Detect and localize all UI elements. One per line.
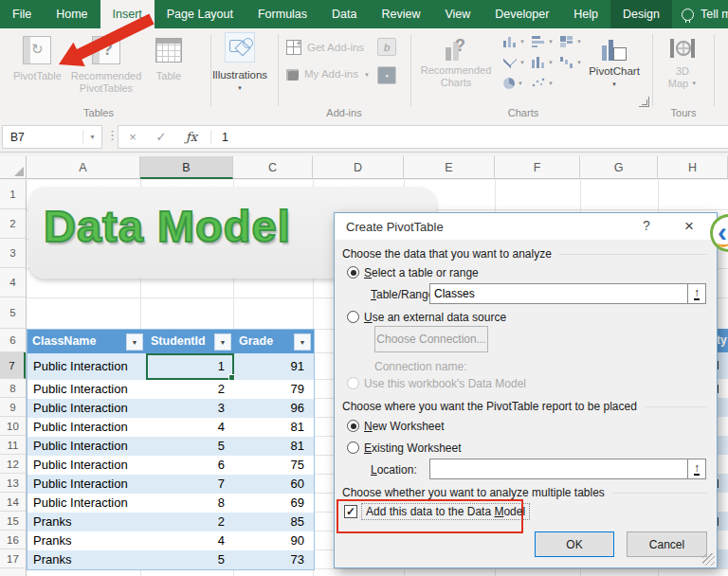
close-icon[interactable]: × — [669, 215, 709, 238]
radio-select-table-or-range-label[interactable]: Select a table or range — [364, 266, 479, 279]
dialog-title-bar[interactable]: Create PivotTable ? × — [335, 213, 717, 240]
choose-connection-button[interactable]: Choose Connection... — [374, 326, 488, 352]
radio-existing-worksheet-label[interactable]: Existing Worksheet — [364, 441, 462, 455]
column-header-h[interactable]: H — [658, 156, 728, 179]
insert-hierarchy-chart-button[interactable]: ▼ — [560, 36, 582, 47]
column-header-c[interactable]: C — [233, 156, 313, 179]
tab-insert[interactable]: Insert — [100, 0, 155, 28]
add-to-data-model-label[interactable]: Add this data to the Data Model — [361, 503, 530, 520]
pivotchart-button[interactable]: PivotChart ▼ — [583, 36, 646, 87]
row-header-17[interactable]: 17 — [0, 549, 26, 568]
tab-page-layout[interactable]: Page Layout — [155, 0, 246, 28]
help-icon[interactable]: ? — [633, 218, 660, 236]
get-addins-button[interactable]: Get Add-ins — [286, 40, 364, 55]
row-header-11[interactable]: 11 — [0, 436, 26, 455]
radio-external-data-source[interactable] — [347, 311, 359, 323]
row-header-10[interactable]: 10 — [0, 417, 26, 436]
table-row[interactable]: Public Interaction481 — [27, 418, 314, 437]
table-row[interactable]: Public Interaction760 — [27, 475, 314, 494]
row-header-14[interactable]: 14 — [0, 493, 26, 512]
recommended-pivottables-button[interactable]: ? Recommended PivotTables — [64, 36, 148, 95]
tab-home[interactable]: Home — [44, 0, 100, 28]
tab-formulas[interactable]: Formulas — [246, 0, 319, 28]
radio-new-worksheet-label[interactable]: New Worksheet — [364, 420, 444, 433]
column-header-a[interactable]: A — [27, 156, 140, 179]
row-header-5[interactable]: 5 — [0, 297, 26, 329]
tab-developer[interactable]: Developer — [482, 0, 561, 28]
cancel-button[interactable]: Cancel — [627, 531, 707, 557]
name-box[interactable]: B7 ▼ — [2, 125, 102, 149]
insert-pie-chart-button[interactable]: ▼ — [503, 78, 523, 89]
tab-review[interactable]: Review — [369, 0, 432, 28]
table-row[interactable]: Pranks573 — [27, 550, 314, 569]
insert-function-icon[interactable]: ƒx — [175, 130, 208, 144]
insert-scatter-chart-button[interactable]: ▼ — [532, 78, 554, 89]
table-row[interactable]: Public Interaction581 — [27, 437, 314, 456]
tab-view[interactable]: View — [432, 0, 482, 28]
row-header-9[interactable]: 9 — [0, 398, 26, 417]
column-header-b[interactable]: B — [140, 156, 233, 179]
table-row[interactable]: Public Interaction396 — [27, 399, 314, 418]
charts-dialog-launcher[interactable] — [639, 97, 649, 107]
insert-column-chart-button[interactable]: ▼ — [503, 36, 525, 47]
recommended-charts-button[interactable]: ? Recommended Charts — [415, 36, 497, 89]
cancel-entry-icon[interactable]: × — [118, 130, 147, 144]
tab-data[interactable]: Data — [319, 0, 369, 28]
ok-button[interactable]: OK — [535, 531, 614, 557]
table-row[interactable]: Pranks490 — [27, 531, 314, 550]
classes-table[interactable]: ClassName ▼ StudentId ▼ Grade ▼ Public I… — [27, 329, 315, 570]
insert-line-chart-button[interactable]: ▼ — [503, 57, 525, 68]
filter-dropdown-icon[interactable]: ▼ — [294, 333, 311, 351]
location-input[interactable] — [429, 459, 689, 479]
table-row[interactable]: Public Interaction279 — [27, 380, 314, 399]
radio-existing-worksheet[interactable] — [347, 441, 359, 454]
insert-bar-chart-button[interactable]: ▼ — [532, 36, 554, 47]
table-range-input[interactable] — [429, 283, 689, 304]
select-all-button[interactable] — [0, 156, 27, 179]
resize-grip[interactable] — [702, 553, 715, 566]
insert-waterfall-chart-button[interactable]: ▼ — [560, 57, 582, 68]
column-header-d[interactable]: D — [313, 156, 404, 179]
filter-dropdown-icon[interactable]: ▼ — [126, 333, 143, 351]
confirm-entry-icon[interactable]: ✓ — [147, 130, 175, 144]
tell-me-box[interactable]: Tell m — [672, 0, 728, 28]
radio-external-data-source-label[interactable]: Use an external data source — [364, 311, 506, 324]
column-header-e[interactable]: E — [404, 156, 495, 179]
tab-design[interactable]: Design — [610, 0, 672, 28]
radio-workbook-data-model[interactable] — [347, 377, 359, 389]
filter-dropdown-icon[interactable]: ▼ — [214, 333, 231, 351]
name-box-dropdown-icon[interactable]: ▼ — [82, 130, 101, 144]
row-header-4[interactable]: 4 — [0, 268, 26, 297]
column-header-g[interactable]: G — [580, 156, 658, 179]
add-to-data-model-checkbox[interactable]: ✓ — [344, 505, 357, 518]
column-header-f[interactable]: F — [495, 156, 580, 179]
bing-maps-addin-button[interactable]: b — [377, 38, 396, 56]
tab-file[interactable]: File — [0, 0, 44, 28]
row-header-13[interactable]: 13 — [0, 474, 26, 493]
row-header-3[interactable]: 3 — [0, 239, 26, 268]
illustrations-button[interactable]: Illustrations ▼ — [207, 32, 273, 91]
tab-help[interactable]: Help — [561, 0, 610, 28]
table-button[interactable]: Table — [148, 38, 190, 82]
row-header-7[interactable]: 7 — [0, 352, 26, 379]
row-header-15[interactable]: 15 — [0, 512, 26, 531]
row-header-16[interactable]: 16 — [0, 531, 26, 549]
3d-map-button[interactable]: 3D Map ▼ — [660, 36, 705, 90]
row-header-2[interactable]: 2 — [0, 209, 26, 239]
row-header-8[interactable]: 8 — [0, 379, 26, 398]
pivottable-button[interactable]: ↻ PivotTable — [13, 36, 61, 82]
selected-cell-b7[interactable] — [146, 353, 234, 380]
people-graph-addin-button[interactable]: ▪ — [377, 66, 396, 84]
table-header-grade[interactable]: Grade ▼ — [234, 330, 314, 353]
table-row[interactable]: Public Interaction675 — [27, 456, 314, 475]
table-header-classname[interactable]: ClassName ▼ — [27, 330, 146, 353]
row-header-1[interactable]: 1 — [0, 180, 26, 209]
row-header-6[interactable]: 6 — [0, 329, 26, 352]
insert-combo-chart-button[interactable]: ▼ — [532, 57, 554, 68]
range-select-button[interactable]: ↑ — [687, 283, 706, 304]
radio-select-table-or-range[interactable] — [347, 266, 359, 279]
radio-new-worksheet[interactable] — [347, 420, 359, 432]
table-header-studentid[interactable]: StudentId ▼ — [146, 330, 234, 353]
my-addins-button[interactable]: My Add-ins ▼ — [286, 68, 370, 81]
row-header-12[interactable]: 12 — [0, 455, 26, 474]
